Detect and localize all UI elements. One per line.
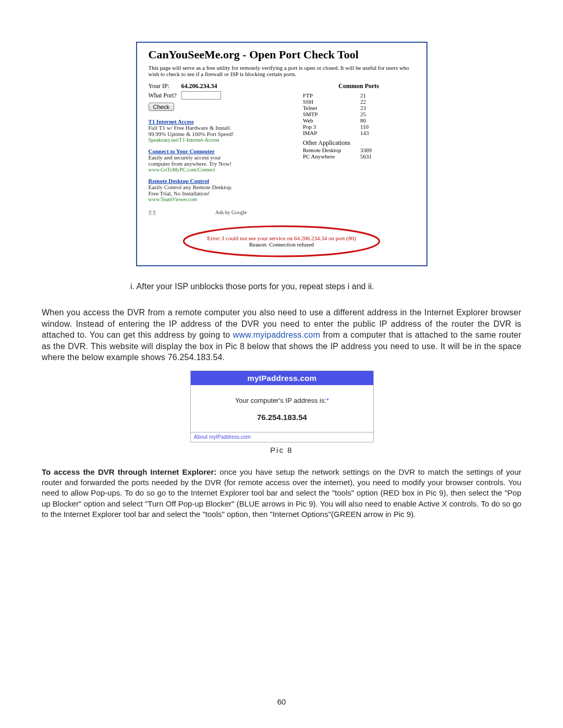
reason-value: Connection refused [267, 241, 314, 248]
ad-line: Easily Control any Remote Desktop. [149, 184, 303, 190]
ad-line: computer from anywhere. Try Now! [149, 161, 303, 167]
screenshot-canyouseeme: CanYouSeeMe.org - Open Port Check Tool T… [136, 42, 427, 266]
port-row: Pop 3110 [303, 124, 415, 130]
your-ip-label: Your IP: [149, 82, 180, 90]
ad-block: Connect to Your Computer Easily and secu… [149, 148, 303, 172]
common-ports-heading: Common Ports [303, 82, 415, 90]
error-prefix: Error: [207, 235, 221, 241]
instruction-step-i: i. After your ISP unblocks those ports f… [130, 282, 521, 291]
error-message: I could not see your service on 64.206.2… [221, 235, 356, 241]
ad-nav-icons[interactable]: ▯▯ [149, 209, 157, 215]
body-paragraph: When you access the DVR from a remote co… [42, 307, 521, 363]
tool-title: CanYouSeeMe.org - Open Port Check Tool [137, 43, 426, 65]
port-name: SSH [303, 98, 360, 105]
ad-url[interactable]: Speakeasy.net/T1-Internet-Access [149, 137, 303, 143]
ad-block: Remote Desktop Control Easily Control an… [149, 178, 303, 202]
screenshot-myipaddress: myIPaddress.com Your computer's IP addre… [190, 371, 374, 442]
myip-footer-link[interactable]: About myIPaddress.com [191, 432, 373, 442]
port-number: 110 [360, 124, 381, 130]
ad-line: Full T1 w/ Free Hardware & Install. [149, 125, 303, 131]
port-row: Web80 [303, 117, 415, 124]
myip-titlebar: myIPaddress.com [191, 371, 373, 385]
port-name: FTP [303, 92, 360, 98]
port-number: 23 [360, 105, 381, 111]
port-number: 143 [360, 130, 381, 136]
port-name: PC Anywhere [303, 153, 360, 159]
page-number: 60 [0, 697, 563, 706]
ad-line: Free Trial, No Installation! [149, 190, 303, 196]
port-number: 3389 [360, 147, 381, 153]
port-name: SMTP [303, 111, 360, 117]
tool-description: This page will serve as a free utility f… [137, 65, 426, 80]
ad-headline[interactable]: Connect to Your Computer [149, 148, 303, 154]
check-button[interactable]: Check [149, 103, 174, 111]
ad-url[interactable]: www.GoToMyPC.com/Connect [149, 167, 303, 172]
port-row: Remote Desktop3389 [303, 147, 415, 153]
ads-by-google-label: Ads by Google [215, 209, 247, 215]
ad-headline[interactable]: Remote Desktop Control [149, 178, 303, 184]
ad-block: T1 Internet Access Full T1 w/ Free Hardw… [149, 118, 303, 143]
port-number: 21 [360, 92, 381, 98]
port-row: Telnet23 [303, 105, 415, 111]
ad-line: 99.99% Uptime & 100% Port Speed! [149, 131, 303, 137]
paragraph-lead: To access the DVR through Internet Explo… [42, 467, 216, 476]
port-name: Telnet [303, 105, 360, 111]
myip-lead-text: Your computer's IP address is: [235, 397, 326, 404]
ad-line: Easily and securely access your [149, 154, 303, 161]
port-row: SMTP25 [303, 111, 415, 117]
port-input[interactable] [181, 91, 221, 100]
asterisk-icon: * [326, 397, 329, 404]
port-number: 5631 [360, 153, 381, 159]
port-name: IMAP [303, 130, 360, 136]
other-apps-heading: Other Applications [303, 139, 415, 147]
your-ip-value: 64.206.234.34 [181, 82, 217, 90]
port-row: SSH22 [303, 98, 415, 105]
ad-headline[interactable]: T1 Internet Access [149, 118, 303, 125]
port-number: 80 [360, 117, 381, 124]
port-row: FTP21 [303, 92, 415, 98]
myipaddress-link[interactable]: www.myipaddress.com [233, 330, 320, 339]
port-number: 22 [360, 98, 381, 105]
port-name: Remote Desktop [303, 147, 360, 153]
what-port-label: What Port? [149, 92, 180, 100]
ad-url[interactable]: www.TeamViewer.com [149, 196, 303, 202]
port-name: Pop 3 [303, 124, 360, 130]
port-row: IMAP143 [303, 130, 415, 136]
body-paragraph: To access the DVR through Internet Explo… [42, 467, 521, 520]
myip-ip-value: 76.254.183.54 [191, 413, 373, 422]
port-number: 25 [360, 111, 381, 117]
port-name: Web [303, 117, 360, 124]
document-page: CanYouSeeMe.org - Open Port Check Tool T… [0, 0, 563, 728]
figure-caption-pic8: Pic 8 [42, 446, 521, 454]
error-box: Error: I could not see your service on 6… [190, 228, 373, 255]
reason-label: Reason: [249, 241, 267, 248]
port-row: PC Anywhere5631 [303, 153, 415, 159]
